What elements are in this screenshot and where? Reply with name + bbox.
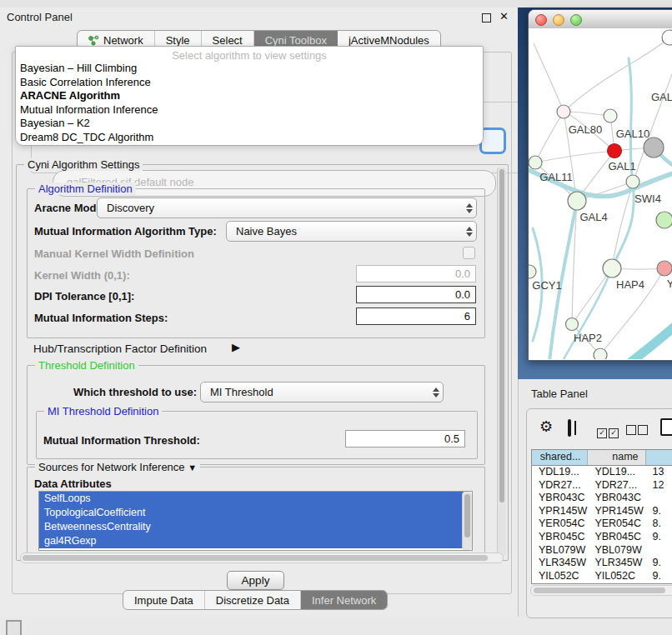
column-header-name[interactable]: name bbox=[588, 450, 645, 465]
which-threshold-value: MI Threshold bbox=[201, 386, 429, 398]
tab-impute-data[interactable]: Impute Data bbox=[123, 591, 205, 609]
settings-vertical-scrollbar-thumb[interactable] bbox=[499, 169, 504, 502]
algorithm-option[interactable]: Bayesian – K2 bbox=[16, 117, 483, 131]
cell: YBR045C bbox=[588, 531, 645, 544]
which-threshold-combo[interactable]: MI Threshold bbox=[200, 382, 444, 402]
table-row[interactable]: YER054C YER054C 8. bbox=[532, 518, 672, 531]
cell: YIL052C bbox=[532, 570, 588, 583]
algorithm-option-selected[interactable]: ARACNE Algorithm bbox=[16, 89, 483, 103]
algorithm-option[interactable]: Bayesian – Hill Climbing bbox=[16, 62, 483, 76]
cell: YER054C bbox=[532, 518, 588, 531]
close-icon[interactable]: ✕ bbox=[499, 10, 509, 22]
tab-infer-network[interactable]: Infer Network bbox=[301, 591, 387, 609]
cell: YLR345W bbox=[532, 557, 588, 570]
control-panel-title: Control Panel bbox=[7, 11, 73, 23]
node-swi4[interactable] bbox=[626, 175, 639, 188]
table-row[interactable]: YBR045C YBR045C 9. bbox=[532, 531, 672, 544]
kernel-width-field[interactable]: 0.0 bbox=[356, 265, 476, 282]
settings-horizontal-scrollbar-thumb[interactable] bbox=[23, 555, 488, 561]
table-row[interactable]: YPR145W YPR145W 9. bbox=[532, 505, 672, 518]
columns-icon[interactable] bbox=[568, 419, 571, 437]
aracne-mode-value: Discovery bbox=[98, 202, 463, 214]
attributes-list-scrollbar[interactable] bbox=[462, 492, 472, 550]
zoom-window-icon[interactable] bbox=[570, 14, 582, 26]
list-item[interactable]: TopologicalCoefficient bbox=[39, 506, 464, 520]
tab-discretize-data[interactable]: Discretize Data bbox=[205, 591, 301, 609]
sources-expander-arrow-icon[interactable]: ▼ bbox=[188, 462, 197, 472]
table-row[interactable]: YIL052C YIL052C 9. bbox=[532, 570, 672, 583]
node-gal4[interactable] bbox=[568, 192, 586, 210]
hub-expander-arrow-icon[interactable]: ▶ bbox=[232, 341, 240, 353]
algorithm-option[interactable]: Dream8 DC_TDC Algorithm bbox=[16, 131, 483, 145]
settings-vertical-scrollbar[interactable] bbox=[497, 168, 506, 556]
list-item[interactable]: SelfLoops bbox=[39, 492, 464, 506]
cell: YDR27... bbox=[588, 479, 645, 492]
table-row[interactable]: YBR043C YBR043C bbox=[532, 492, 672, 505]
table-row[interactable]: YLR345W YLR345W 9. bbox=[532, 557, 672, 570]
network-view-window[interactable]: GAL GAL80 GAL10 GAL1 GAL11 SWI4 GAL4 GCY… bbox=[528, 9, 672, 361]
node-hap4[interactable] bbox=[603, 259, 621, 278]
node-label: HAP2 bbox=[574, 332, 602, 344]
network-window-titlebar[interactable] bbox=[529, 10, 672, 29]
node-gal11[interactable] bbox=[529, 156, 542, 169]
algorithm-option[interactable]: Mutual Information Inference bbox=[16, 103, 483, 118]
mi-threshold-field[interactable]: 0.5 bbox=[345, 430, 465, 448]
document-icon[interactable] bbox=[660, 418, 672, 436]
mi-steps-field[interactable]: 6 bbox=[356, 308, 476, 325]
dpi-tolerance-field[interactable]: 0.0 bbox=[356, 286, 476, 303]
node-gcy1[interactable] bbox=[529, 265, 536, 278]
column-header-shared-name[interactable]: shared... bbox=[532, 450, 588, 465]
node-label: GAL4 bbox=[579, 211, 607, 223]
aracne-mode-combo[interactable]: Discovery bbox=[97, 198, 477, 218]
table-row[interactable]: YDL19... YDL19... 13 bbox=[532, 466, 672, 479]
column-header-clipped[interactable] bbox=[646, 450, 672, 465]
data-attributes-label: Data Attributes bbox=[34, 478, 112, 490]
node-green-right[interactable] bbox=[656, 212, 672, 228]
table-row[interactable]: YDR27... YDR27... 12 bbox=[532, 479, 672, 492]
node-hap2[interactable] bbox=[566, 318, 579, 331]
node-gal1[interactable] bbox=[608, 144, 622, 158]
attribute-browser-panel: ⚙ ✓✓ shared... name YDL19... YDL19... 13… bbox=[526, 408, 672, 618]
float-icon[interactable] bbox=[482, 13, 491, 22]
table-row[interactable]: YBL079W YBL079W bbox=[532, 544, 672, 558]
node-gray[interactable] bbox=[644, 138, 664, 158]
node-label: SWI4 bbox=[634, 192, 661, 205]
node-pink-right[interactable] bbox=[657, 261, 672, 276]
data-attributes-list[interactable]: SelfLoops TopologicalCoefficient Between… bbox=[38, 491, 473, 551]
select-all-checks-icon[interactable]: ✓✓ bbox=[597, 423, 619, 438]
network-graph: GAL GAL80 GAL10 GAL1 GAL11 SWI4 GAL4 GCY… bbox=[529, 28, 672, 359]
threshold-definition-group: Threshold Definition Which threshold to … bbox=[27, 365, 485, 465]
mi-type-value: Naive Bayes bbox=[227, 225, 463, 238]
list-item[interactable]: BetweennessCentrality bbox=[39, 520, 464, 534]
close-window-icon[interactable] bbox=[535, 14, 547, 26]
network-canvas[interactable]: GAL GAL80 GAL10 GAL1 GAL11 SWI4 GAL4 GCY… bbox=[529, 28, 672, 359]
cyni-algorithm-settings-group: Cyni Algorithm Settings Algorithm Defini… bbox=[16, 164, 509, 561]
kernel-width-label: Kernel Width (0,1): bbox=[34, 269, 130, 282]
tab-infer-network-label: Infer Network bbox=[312, 594, 376, 607]
algorithm-option[interactable]: Basic Correlation Inference bbox=[16, 76, 483, 90]
table-header-row: shared... name bbox=[532, 450, 672, 466]
gear-icon[interactable]: ⚙ bbox=[539, 418, 553, 436]
mi-type-combo[interactable]: Naive Bayes bbox=[226, 221, 477, 242]
settings-horizontal-scrollbar[interactable] bbox=[20, 552, 504, 563]
clipped-corner-icon[interactable] bbox=[6, 620, 22, 635]
table-horizontal-scrollbar-thumb[interactable] bbox=[534, 588, 665, 593]
unselect-all-checks-icon[interactable] bbox=[626, 423, 648, 438]
tab-discretize-data-label: Discretize Data bbox=[216, 594, 289, 607]
node-label: GAL80 bbox=[569, 123, 602, 136]
apply-button[interactable]: Apply bbox=[227, 571, 284, 590]
node-gal80[interactable] bbox=[557, 105, 570, 118]
minimize-window-icon[interactable] bbox=[553, 14, 564, 26]
mi-steps-label: Mutual Information Steps: bbox=[34, 312, 168, 324]
manual-kernel-checkbox[interactable] bbox=[463, 247, 475, 259]
cell: YBL079W bbox=[588, 544, 645, 558]
list-item[interactable]: gal4RGexp bbox=[39, 534, 464, 548]
node-clipped-bottom[interactable] bbox=[594, 348, 607, 359]
attributes-list-scrollbar-thumb[interactable] bbox=[464, 494, 470, 538]
node-clipped-top[interactable] bbox=[662, 30, 672, 45]
node-gal10[interactable] bbox=[604, 109, 617, 122]
cell: 8. bbox=[646, 518, 672, 531]
algorithm-definition-group: Algorithm Definition Aracne Mode: Discov… bbox=[27, 188, 485, 338]
table-horizontal-scrollbar[interactable] bbox=[530, 585, 672, 596]
cell: 9. bbox=[646, 531, 672, 544]
